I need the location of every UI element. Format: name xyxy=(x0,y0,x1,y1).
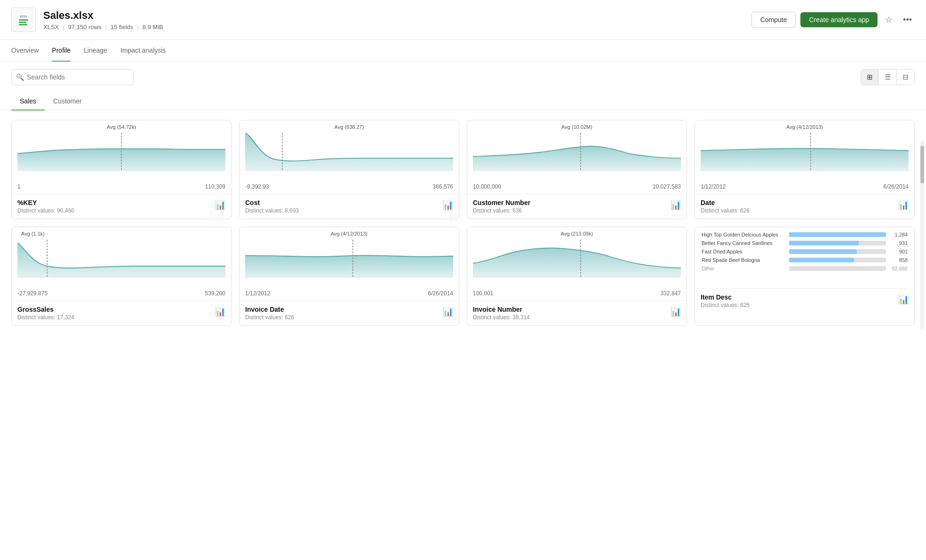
range-min: 1/12/2012 xyxy=(245,290,270,297)
bar-fill-2 xyxy=(789,241,859,245)
card-gross-sales: Avg (1.1k) -27,929.875 539,200 GrossSale… xyxy=(11,227,232,326)
file-size: 8.9 MiB xyxy=(143,24,163,31)
range-min: 100,001 xyxy=(473,290,493,297)
range-min: 1 xyxy=(17,183,21,190)
range-min: 10,000,000 xyxy=(473,183,501,190)
card-date: Avg (4/12/2013) 1/12/2012 6/26/2014 Date xyxy=(694,120,915,219)
file-format: XLSX xyxy=(43,24,59,31)
compute-button[interactable]: Compute xyxy=(751,12,796,28)
info-cost: Cost Distinct values: 8,693 📊 xyxy=(239,194,459,219)
chart-cost: Avg (638.27) xyxy=(239,120,459,181)
bar-count-4: 858 xyxy=(889,257,908,263)
range-max: 110,309 xyxy=(205,183,225,190)
info-invoice-date: Invoice Date Distinct values: 626 📊 xyxy=(239,300,459,325)
distinct-date: Distinct values: 626 xyxy=(701,207,750,214)
chart-invoice-date: Avg (4/12/2013) xyxy=(239,227,459,288)
search-wrap: 🔍 xyxy=(11,69,134,85)
range-invoice-date: 1/12/2012 6/26/2014 xyxy=(239,288,459,300)
file-title: Sales.xlsx xyxy=(43,9,744,22)
bar-label-3: Fast Dried Apples xyxy=(702,249,786,254)
bar-count-2: 931 xyxy=(889,240,908,246)
distinct-invoice-date: Distinct values: 626 xyxy=(245,314,294,321)
info-customer-number: Customer Number Distinct values: 636 📊 xyxy=(467,194,687,219)
chart-icon-date: 📊 xyxy=(898,200,909,210)
favorite-button[interactable]: ☆ xyxy=(882,12,895,28)
range-max: 539,200 xyxy=(205,290,225,297)
search-input[interactable] xyxy=(11,69,134,85)
chart-item-desc: High Top Golden Delcious Apples 1,284 Be… xyxy=(695,227,914,288)
card-customer-number: Avg (10.02M) 10,000,000 10,027,583 Custo… xyxy=(467,120,687,219)
range-pct-key: 1 110,309 xyxy=(12,181,231,194)
range-max: 6/26/2014 xyxy=(428,290,453,297)
info-pct-key: %KEY Distinct values: 96,466 📊 xyxy=(12,194,231,219)
chart-customer-number: Avg (10.02M) xyxy=(467,120,687,181)
create-analytics-button[interactable]: Create analytics app xyxy=(800,12,878,27)
bar-fill-1 xyxy=(789,232,886,237)
bar-fill-4 xyxy=(789,258,854,262)
card-pct-key: Avg (54.72k) 1 110,309 %KEY Distinc xyxy=(11,120,232,219)
bar-label-1: High Top Golden Delcious Apples xyxy=(702,232,786,237)
file-ext: xlsx xyxy=(19,14,28,18)
chart-icon-pct-key: 📊 xyxy=(215,200,225,210)
file-fields: 15 fields xyxy=(111,24,133,31)
bar-item-4: Red Spade Beef Bologna 858 xyxy=(702,257,908,263)
bar-item-2: Better Fancy Canned Sardines 931 xyxy=(702,240,908,246)
sub-tab-sales[interactable]: Sales xyxy=(11,93,45,110)
more-options-button[interactable]: ••• xyxy=(900,12,915,28)
tab-profile[interactable]: Profile xyxy=(52,40,71,62)
field-name-date: Date xyxy=(701,199,750,206)
info-gross-sales: GrossSales Distinct values: 17,324 📊 xyxy=(12,300,231,325)
cards-area: Avg (54.72k) 1 110,309 %KEY Distinc xyxy=(0,110,926,335)
bar-fill-3 xyxy=(789,249,857,254)
tab-lineage[interactable]: Lineage xyxy=(84,40,107,62)
avg-label-customer-number: Avg (10.02M) xyxy=(561,124,592,130)
range-gross-sales: -27,929.875 539,200 xyxy=(12,288,231,300)
chart-icon-gross-sales: 📊 xyxy=(215,307,225,317)
tab-impact-analysis[interactable]: Impact analysis xyxy=(120,40,166,62)
avg-label-gross-sales: Avg (1.1k) xyxy=(21,231,45,237)
chart-icon-item-desc: 📊 xyxy=(898,294,909,305)
file-icon: xlsx xyxy=(11,8,36,32)
bar-item-3: Fast Dried Apples 901 xyxy=(702,249,908,254)
grid-view-button[interactable]: ⊞ xyxy=(861,70,879,85)
range-date: 1/12/2012 6/26/2014 xyxy=(695,181,914,194)
file-rows: 97,150 rows xyxy=(68,24,102,31)
chart-icon-invoice-number: 📊 xyxy=(671,307,681,317)
field-name-invoice-date: Invoice Date xyxy=(245,306,294,313)
range-cost: -9,392.93 366,576 xyxy=(239,181,459,194)
avg-label-cost: Avg (638.27) xyxy=(335,124,364,130)
list-view-button[interactable]: ☰ xyxy=(879,70,897,85)
sub-tab-customer[interactable]: Customer xyxy=(45,93,90,110)
bar-track-4 xyxy=(789,258,886,262)
distinct-cost: Distinct values: 8,693 xyxy=(245,207,299,214)
scrollbar-track[interactable] xyxy=(920,141,924,329)
info-invoice-number: Invoice Number Distinct values: 38,314 📊 xyxy=(467,300,687,325)
tab-overview[interactable]: Overview xyxy=(11,40,39,62)
bar-count-1: 1,284 xyxy=(889,232,908,237)
range-max: 10,027,583 xyxy=(653,183,681,190)
field-name-item-desc: Item Desc xyxy=(701,293,750,301)
file-meta: XLSX | 97,150 rows | 15 fields | 8.9 MiB xyxy=(43,24,744,31)
card-invoice-number: Avg (213.09k) 100,001 332,847 Invoice Nu… xyxy=(467,227,687,326)
chart-icon-cost: 📊 xyxy=(443,200,453,210)
distinct-item-desc: Distinct values: 825 xyxy=(701,302,750,308)
info-date: Date Distinct values: 626 📊 xyxy=(695,194,914,219)
field-name-invoice-number: Invoice Number xyxy=(473,306,530,313)
chart-gross-sales: Avg (1.1k) xyxy=(12,227,231,288)
avg-label-pct-key: Avg (54.72k) xyxy=(107,124,136,130)
bar-track-other xyxy=(789,266,886,271)
scrollbar-thumb[interactable] xyxy=(920,146,924,183)
avg-label-invoice-date: Avg (4/12/2013) xyxy=(331,231,367,237)
chart-date: Avg (4/12/2013) xyxy=(695,120,914,181)
toolbar: 🔍 ⊞ ☰ ⊟ xyxy=(0,62,926,93)
range-min: -27,929.875 xyxy=(17,290,48,297)
distinct-pct-key: Distinct values: 96,466 xyxy=(17,207,74,214)
table-view-button[interactable]: ⊟ xyxy=(897,70,914,85)
chart-pct-key: Avg (54.72k) xyxy=(12,120,231,181)
view-toggle: ⊞ ☰ ⊟ xyxy=(861,69,915,85)
search-icon: 🔍 xyxy=(16,73,24,81)
cards-grid: Avg (54.72k) 1 110,309 %KEY Distinc xyxy=(11,120,915,326)
range-max: 332,847 xyxy=(661,290,681,297)
header-actions: Compute Create analytics app ☆ ••• xyxy=(751,12,915,28)
field-name-customer-number: Customer Number xyxy=(473,199,530,206)
